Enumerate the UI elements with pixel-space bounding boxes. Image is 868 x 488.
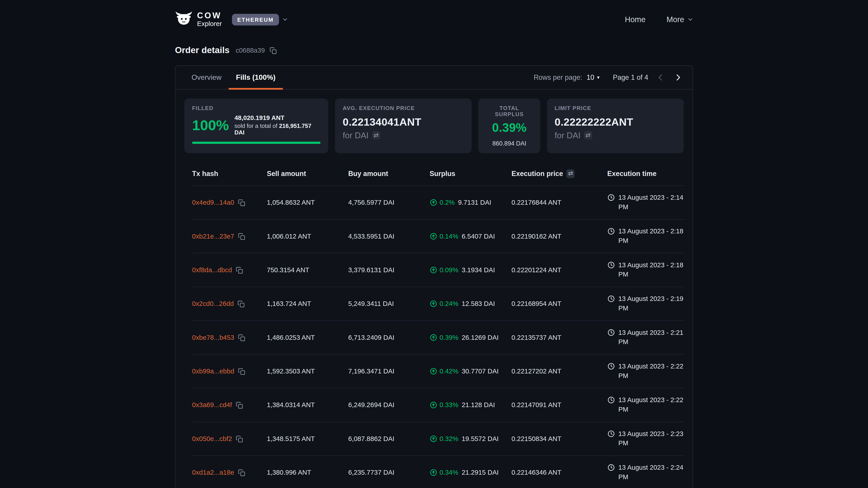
surplus-cell: 0.42% 30.7707 DAI xyxy=(430,367,511,375)
swap-icon[interactable]: ⇄ xyxy=(584,131,592,140)
nav-home[interactable]: Home xyxy=(625,15,645,24)
copy-icon[interactable] xyxy=(236,435,243,442)
surplus-amount: 30.7707 DAI xyxy=(462,367,499,375)
tx-hash-link[interactable]: 0x050e...cbf2 xyxy=(192,435,232,443)
clock-icon xyxy=(608,194,615,201)
next-page-button[interactable] xyxy=(673,72,684,83)
table-row: 0xf8da...dbcd 750.3154 ANT 3,379.6131 DA… xyxy=(192,254,685,287)
table-row: 0xd1a2...a18e 1,380.996 ANT 6,235.7737 D… xyxy=(192,456,685,488)
copy-icon[interactable] xyxy=(270,47,277,54)
copy-icon[interactable] xyxy=(238,367,245,375)
tx-hash-cell: 0x3a69...cd4f xyxy=(192,401,267,409)
main-nav: Home More xyxy=(625,15,693,24)
buy-amount-cell: 6,087.8862 DAI xyxy=(348,435,430,443)
swap-icon[interactable]: ⇄ xyxy=(566,169,575,178)
fill-progress-bar xyxy=(192,142,320,144)
tab-fills[interactable]: Fills (100%) xyxy=(229,66,283,90)
logo[interactable]: COW Explorer xyxy=(175,11,222,28)
clock-icon xyxy=(608,430,615,437)
surplus-up-icon xyxy=(430,401,437,409)
copy-icon[interactable] xyxy=(238,334,245,341)
tab-bar: Overview Fills (100%) Rows per page: 10 … xyxy=(176,66,692,90)
surplus-up-icon xyxy=(430,334,437,341)
clock-icon xyxy=(608,362,615,370)
surplus-percent: 0.24% xyxy=(439,300,458,307)
tx-hash-link[interactable]: 0xb21e...23e7 xyxy=(192,232,234,240)
tx-hash-link[interactable]: 0x2cd0...26dd xyxy=(192,300,234,307)
clock-icon xyxy=(608,228,615,235)
filled-label: FILLED xyxy=(192,105,320,111)
network-badge[interactable]: ETHEREUM xyxy=(232,13,279,25)
execution-price-cell: 0.22135737 ANT xyxy=(512,334,608,341)
clock-icon xyxy=(608,396,615,404)
surplus-amount: 21.128 DAI xyxy=(462,401,495,409)
tx-hash-link[interactable]: 0xd1a2...a18e xyxy=(192,468,234,476)
avg-price-label: AVG. EXECUTION PRICE xyxy=(343,105,464,111)
copy-icon[interactable] xyxy=(238,300,245,307)
execution-time-cell: 13 August 2023 - 2:18 PM xyxy=(608,227,690,246)
tx-hash-link[interactable]: 0xf8da...dbcd xyxy=(192,266,232,274)
tx-hash-link[interactable]: 0x3a69...cd4f xyxy=(192,401,232,409)
avg-price-unit: for DAI ⇄ xyxy=(343,131,464,140)
cow-logo-icon xyxy=(175,11,193,28)
execution-price-cell: 0.22201224 ANT xyxy=(512,266,608,274)
clock-icon xyxy=(608,261,615,269)
chevron-down-icon xyxy=(283,14,288,24)
execution-time-cell: 13 August 2023 - 2:19 PM xyxy=(608,294,690,313)
sell-amount-cell: 1,054.8632 ANT xyxy=(267,199,348,206)
execution-time: 13 August 2023 - 2:24 PM xyxy=(618,463,690,482)
tx-hash-link[interactable]: 0x4ed9...14a0 xyxy=(192,199,234,206)
surplus-up-icon xyxy=(430,468,437,476)
table-row: 0x3a69...cd4f 1,384.0314 ANT 6,249.2694 … xyxy=(192,388,685,422)
surplus-cell: 0.33% 21.128 DAI xyxy=(430,401,511,409)
brand-subtitle: Explorer xyxy=(197,20,222,28)
execution-time-cell: 13 August 2023 - 2:21 PM xyxy=(608,328,690,347)
rows-per-page-label: Rows per page: xyxy=(534,74,582,81)
table-row: 0x2cd0...26dd 1,163.724 ANT 5,249.3411 D… xyxy=(192,287,685,321)
page-title: Order details xyxy=(175,45,230,55)
execution-time: 13 August 2023 - 2:14 PM xyxy=(618,193,690,212)
tx-hash-link[interactable]: 0xbe78...b453 xyxy=(192,334,234,341)
col-execution-price-label: Execution price xyxy=(512,170,563,177)
table-row: 0xb21e...23e7 1,006.012 ANT 4,533.5951 D… xyxy=(192,220,685,253)
nav-more[interactable]: More xyxy=(666,15,693,24)
surplus-percent: 0.2% xyxy=(439,199,455,206)
execution-price-cell: 0.22147091 ANT xyxy=(512,401,608,409)
rows-per-page-select[interactable]: 10 ▾ xyxy=(587,74,599,81)
execution-time: 13 August 2023 - 2:19 PM xyxy=(618,294,690,313)
col-execution-price: Execution price ⇄ xyxy=(512,169,608,178)
col-surplus: Surplus xyxy=(430,170,511,177)
total-surplus-label: TOTAL SURPLUS xyxy=(486,105,532,117)
execution-time-cell: 13 August 2023 - 2:23 PM xyxy=(608,429,690,448)
execution-price-cell: 0.22176844 ANT xyxy=(512,199,608,206)
clock-icon xyxy=(608,329,615,336)
tx-hash-cell: 0xb21e...23e7 xyxy=(192,232,267,240)
page-status: Page 1 of 4 xyxy=(613,74,648,81)
execution-time: 13 August 2023 - 2:22 PM xyxy=(618,396,690,414)
buy-amount-cell: 5,249.3411 DAI xyxy=(348,300,430,307)
prev-page-button[interactable] xyxy=(655,72,666,83)
copy-icon[interactable] xyxy=(236,401,243,409)
order-id: c0688a39 xyxy=(236,46,265,54)
surplus-percent: 0.33% xyxy=(439,401,458,409)
brand-text: COW Explorer xyxy=(197,11,222,27)
tab-overview[interactable]: Overview xyxy=(184,66,229,90)
screen: COW Explorer ETHEREUM Home More xyxy=(0,0,868,488)
copy-icon[interactable] xyxy=(238,469,245,476)
tx-hash-link[interactable]: 0xb99a...ebbd xyxy=(192,367,234,375)
swap-icon[interactable]: ⇄ xyxy=(372,131,380,140)
table-row: 0xbe78...b453 1,486.0253 ANT 6,713.2409 … xyxy=(192,321,685,355)
copy-icon[interactable] xyxy=(238,199,245,206)
network-selector[interactable]: ETHEREUM xyxy=(232,13,288,25)
copy-icon[interactable] xyxy=(238,233,245,240)
sell-amount-cell: 1,380.996 ANT xyxy=(267,468,348,476)
filled-amount: 48,020.1919 ANT xyxy=(235,115,320,121)
sell-amount-cell: 1,348.5175 ANT xyxy=(267,435,348,443)
col-tx-hash: Tx hash xyxy=(192,170,267,177)
filled-content: 100% 48,020.1919 ANT sold for a total of… xyxy=(192,115,320,135)
header: COW Explorer ETHEREUM Home More xyxy=(175,0,693,30)
limit-price-unit: for DAI ⇄ xyxy=(555,131,676,140)
chevron-down-icon xyxy=(688,15,693,24)
execution-price-cell: 0.22146346 ANT xyxy=(512,468,608,476)
copy-icon[interactable] xyxy=(236,266,243,273)
